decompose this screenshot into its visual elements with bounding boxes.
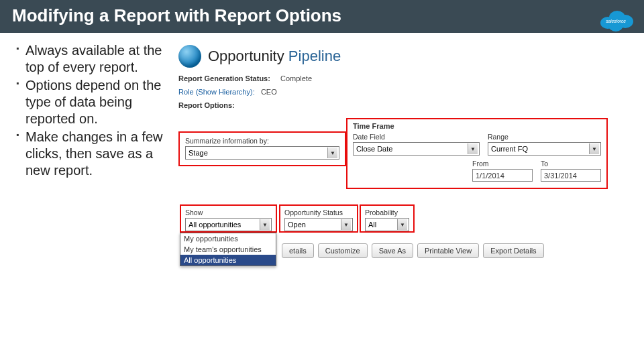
- summarize-section: Summarize information by: Stage ▼: [178, 131, 346, 166]
- chevron-down-icon: ▼: [341, 219, 351, 230]
- bullet-item: Always available at the top of every rep…: [16, 42, 165, 76]
- dropdown-option[interactable]: My team's opportunities: [180, 244, 276, 255]
- probability-select[interactable]: All ▼: [365, 218, 409, 231]
- probability-section: Probability All ▼: [360, 204, 415, 233]
- report-options-label: Report Options:: [178, 101, 637, 109]
- status-value: Complete: [280, 74, 312, 82]
- show-select[interactable]: All opportunities ▼: [185, 218, 272, 231]
- summarize-label: Summarize information by:: [185, 137, 339, 145]
- to-date-input[interactable]: 3/31/2014: [541, 169, 601, 182]
- action-button-row: etails Customize Save As Printable View …: [282, 243, 544, 258]
- report-title: Opportunity Pipeline: [208, 48, 341, 65]
- slide-title: Modifying a Report with Report Options: [0, 0, 644, 33]
- chevron-down-icon: ▼: [327, 147, 337, 158]
- range-select[interactable]: Current FQ ▼: [488, 142, 601, 156]
- probability-label: Probability: [365, 208, 409, 217]
- date-field-label: Date Field: [353, 133, 480, 141]
- timeframe-header: Time Frame: [353, 122, 394, 130]
- export-details-button[interactable]: Export Details: [483, 243, 543, 258]
- save-as-button[interactable]: Save As: [372, 243, 413, 258]
- dropdown-option[interactable]: My opportunities: [180, 233, 276, 244]
- chevron-down-icon: ▼: [468, 143, 478, 154]
- chevron-down-icon: ▼: [589, 143, 599, 154]
- report-icon: [178, 45, 201, 68]
- printable-view-button[interactable]: Printable View: [417, 243, 479, 258]
- role-hierarchy-link[interactable]: Role (Show Hierarchy):: [178, 88, 255, 96]
- bullet-list: Always available at the top of every rep…: [16, 42, 170, 180]
- role-value: CEO: [261, 88, 277, 96]
- status-row: Report Generation Status: Complete: [178, 74, 637, 82]
- show-dropdown-list[interactable]: My opportunities My team's opportunities…: [180, 233, 276, 266]
- bullet-item: Make changes in a few clicks, then save …: [16, 129, 165, 179]
- svg-text:salesforce: salesforce: [606, 19, 626, 23]
- report-title-part: Opportunity: [208, 48, 284, 64]
- chevron-down-icon: ▼: [397, 219, 407, 230]
- from-date-input[interactable]: 1/1/2014: [472, 169, 533, 182]
- summarize-select[interactable]: Stage ▼: [185, 146, 339, 160]
- role-row: Role (Show Hierarchy): CEO: [178, 88, 637, 96]
- bullet-item: Options depend on the type of data being…: [16, 77, 165, 127]
- opp-status-select[interactable]: Open ▼: [284, 218, 353, 231]
- dropdown-option-selected[interactable]: All opportunities: [180, 255, 276, 265]
- opportunity-status-section: Opportunity Status Open ▼: [279, 204, 358, 233]
- details-button[interactable]: etails: [282, 243, 314, 258]
- range-label: Range: [488, 133, 601, 141]
- screenshot-panel: Opportunity Pipeline Report Generation S…: [170, 42, 637, 180]
- salesforce-logo-icon: salesforce: [597, 7, 635, 34]
- chevron-down-icon: ▼: [260, 219, 270, 230]
- to-label: To: [541, 160, 601, 168]
- show-label: Show: [185, 208, 272, 217]
- customize-button[interactable]: Customize: [318, 243, 368, 258]
- timeframe-section: Time Frame Date Field Close Date ▼ Range…: [346, 118, 608, 189]
- show-section: Show All opportunities ▼: [180, 204, 277, 233]
- date-field-select[interactable]: Close Date ▼: [353, 142, 480, 156]
- opp-status-label: Opportunity Status: [284, 208, 353, 217]
- status-label: Report Generation Status:: [178, 74, 270, 82]
- report-title-part: Pipeline: [288, 48, 341, 64]
- from-label: From: [472, 160, 533, 168]
